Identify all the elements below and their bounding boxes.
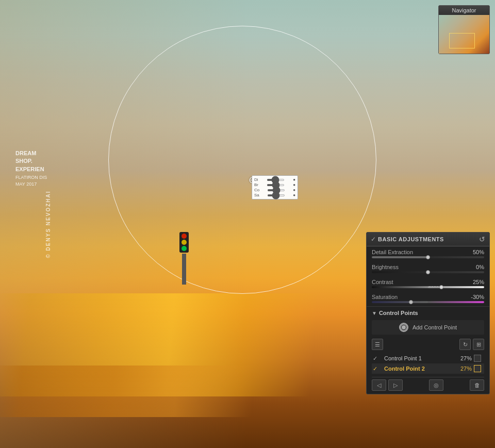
watermark-author: © DENYS NEVOZHAI	[45, 190, 51, 258]
cp-bottom-eye-btn[interactable]: ◎	[429, 379, 443, 391]
cp-tool-refresh[interactable]: ↻	[459, 339, 471, 350]
traffic-light	[179, 232, 189, 285]
cp-tool-list[interactable]: ☰	[372, 339, 383, 350]
control-mini-label-di: Di	[254, 177, 258, 182]
control-mini-dot-co: ●	[293, 188, 295, 192]
svg-point-1	[402, 325, 406, 329]
navigator-title: Navigator	[439, 6, 489, 15]
add-control-point-row[interactable]: Add Control Point	[372, 320, 484, 335]
cp-title: Control Points	[379, 310, 418, 316]
cp-tool-expand[interactable]: ⊞	[473, 339, 484, 350]
traffic-light-green	[182, 246, 187, 251]
control-points-section: ▼ Control Points Add Control Point ☰ ↻ ⊞…	[367, 306, 489, 394]
panel-title: BASIC ADJUSTMENTS	[378, 236, 479, 242]
adj-value-saturation: -30%	[466, 294, 484, 300]
cp2-label: Control Point 2	[384, 366, 449, 372]
adj-label-row-brightness: Brightness 0%	[372, 264, 484, 270]
add-cp-label: Add Control Point	[412, 324, 457, 330]
adj-slider-brightness[interactable]	[372, 271, 484, 273]
control-point-item-2: ✓ Control Point 2 27%	[372, 363, 484, 374]
cp1-label: Control Point 1	[384, 355, 449, 361]
billboard-line2: SHOP.	[15, 157, 47, 165]
add-cp-icon	[399, 323, 408, 332]
adjustment-brightness: Brightness 0%	[367, 261, 489, 276]
control-mini-label-co: Co	[254, 188, 259, 192]
traffic-light-red	[182, 234, 187, 239]
navigator-thumbnail	[439, 15, 489, 54]
cp-toolbar: ☰ ↻ ⊞	[372, 339, 484, 350]
billboard-sub1: FLATIRON DIS	[15, 174, 47, 181]
control-point-item-1: ✓ Control Point 1 27%	[372, 353, 484, 363]
adj-value-brightness: 0%	[466, 264, 484, 270]
cp-bottom-right-btn[interactable]: ▷	[388, 379, 403, 391]
cp2-value: 27%	[451, 366, 472, 372]
billboard: DREAM SHOP. EXPERIEN FLATIRON DIS MAY 20…	[15, 150, 47, 187]
navigator-panel: Navigator	[438, 5, 490, 54]
cp-bottom-delete-btn[interactable]: 🗑	[470, 379, 484, 391]
panel-check-icon[interactable]: ✓	[371, 236, 376, 243]
panel-header: ✓ BASIC ADJUSTMENTS ↺	[367, 233, 489, 246]
adj-label-row-detail: Detail Extraction 50%	[372, 249, 484, 255]
control-points-header: ▼ Control Points	[372, 310, 484, 316]
adjustment-contrast: Contrast 25%	[367, 276, 489, 291]
adj-label-brightness: Brightness	[372, 264, 399, 270]
adj-label-detail: Detail Extraction	[372, 249, 413, 255]
control-mini-label-sa: Sa	[254, 193, 259, 197]
adj-label-row-contrast: Contrast 25%	[372, 279, 484, 285]
traffic-light-pole	[182, 254, 186, 285]
adj-slider-contrast[interactable]	[372, 286, 484, 288]
adjustments-panel: ✓ BASIC ADJUSTMENTS ↺ Detail Extraction …	[366, 232, 490, 394]
control-mini-label-br: Br	[254, 182, 258, 187]
cp-bottom-toolbar: ◁ ▷ ◎ 🗑	[372, 377, 484, 391]
traffic-light-box	[179, 232, 189, 253]
adjustment-detail-extraction: Detail Extraction 50%	[367, 246, 489, 261]
control-mini-dot-sa: ●	[293, 193, 295, 197]
adj-slider-saturation[interactable]	[372, 301, 484, 303]
navigator-highlight	[449, 33, 475, 48]
control-mini-row-sa: Sa ●	[254, 193, 295, 197]
cp1-check[interactable]: ✓	[373, 355, 382, 362]
cp1-box[interactable]	[474, 355, 481, 362]
billboard-sub2: MAY 2017	[15, 181, 47, 188]
billboard-line3: EXPERIEN	[15, 165, 47, 173]
adj-label-contrast: Contrast	[372, 279, 393, 285]
cp2-check[interactable]: ✓	[373, 366, 382, 372]
adjustment-saturation: Saturation -30%	[367, 291, 489, 306]
cp-bottom-left-btn[interactable]: ◁	[372, 379, 386, 391]
adj-value-contrast: 25%	[466, 279, 484, 285]
panel-reset-button[interactable]: ↺	[479, 235, 485, 243]
cp2-box[interactable]	[474, 365, 481, 372]
control-mini-popup: Di ● Br ● Co ● Sa ●	[252, 175, 298, 200]
control-mini-dot-br: ●	[293, 182, 295, 187]
adj-label-saturation: Saturation	[372, 294, 398, 300]
cp1-value: 27%	[451, 355, 472, 361]
control-mini-slider-sa[interactable]	[267, 194, 285, 196]
adj-value-detail: 50%	[466, 249, 484, 255]
adj-label-row-saturation: Saturation -30%	[372, 294, 484, 300]
adj-slider-detail[interactable]	[372, 256, 484, 258]
control-mini-dot-di: ●	[293, 177, 295, 182]
traffic-light-yellow	[182, 240, 187, 245]
cp-chevron-icon[interactable]: ▼	[372, 310, 377, 316]
billboard-line1: DREAM	[15, 150, 47, 157]
